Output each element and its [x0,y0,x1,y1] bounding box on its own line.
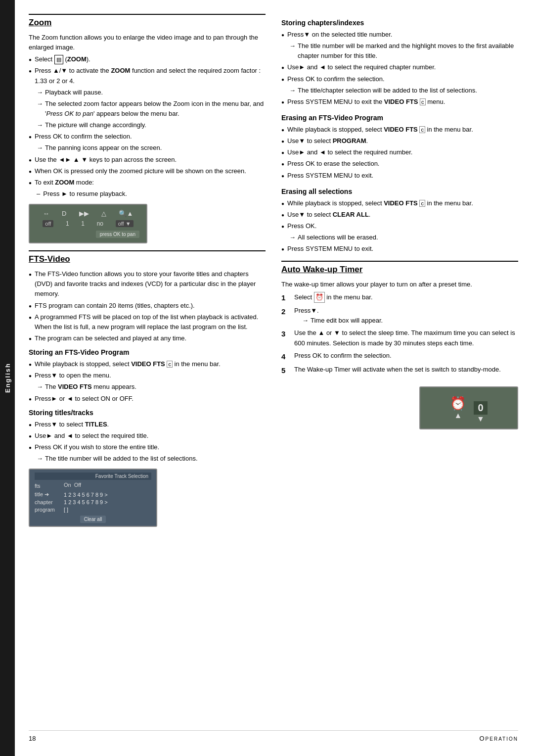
storing-titles-title: Storing titles/tracks [29,409,266,417]
fts-intro-list: The FTS-Video function allows you to sto… [29,269,266,343]
fts-screen: Favorite Track Selection fts On Off titl… [29,469,157,527]
sc-arrow-1: The title number will be marked and the … [281,41,518,61]
fts-row-title: title ➔ 1 2 3 4 5 6 7 8 9 [35,491,151,498]
ep-item-5: Press SYSTEM MENU to exit. [281,171,518,181]
zoom-arrow-pause: Playback will pause. [29,88,266,97]
zoom-screen: ↔ D ▶▶ △ 🔍▲ off 1 1 no off ▼ [29,204,147,243]
zoom-item-exit: To exit ZOOM mode: [29,178,266,188]
ea-item-2: Use▼ to select CLEAR ALL. [281,210,518,220]
timer-screen-wrapper: ⏰ ▲ ▲ 0 ▼ [281,381,518,434]
erasing-all-list: While playback is stopped, select VIDEO … [281,198,518,254]
sc-item-4: Press SYSTEM MENU to exit the VIDEO FTS … [281,97,518,107]
wakeup-step-2: 2 Press▼. Time edit box will appear. [281,306,518,327]
fts-intro-4: The program can be selected and played a… [29,333,266,343]
timer-value: 0 [474,401,487,415]
ea-arrow-1: All selections will be erased. [281,233,518,242]
sp-item-1: While playback is stopped, select VIDEO … [29,359,266,369]
footer-section: OPERATION [479,735,518,742]
fts-screen-title: Favorite Track Selection [35,472,151,480]
ea-item-1: While playback is stopped, select VIDEO … [281,198,518,208]
st-item-3: Press OK if you wish to store the entire… [29,442,266,452]
sc-item-1: Press▼ on the selected title number. [281,30,518,40]
zoom-select-text: Select ▤ (ZOOM). [35,54,90,64]
zoom-arrow-icons: The panning icons appear on the screen. [29,143,266,153]
wakeup-divider [281,261,518,262]
fts-intro-1: The FTS-Video function allows you to sto… [29,269,266,299]
fts-clear-btn: Clear all [35,515,151,523]
timer-value-col: ▲ 0 ▼ [474,392,487,424]
erasing-all-section: Erasing all selections While playback is… [281,188,518,254]
zoom-screen-values: off 1 1 no off ▼ [37,220,139,227]
sp-item-2: Press▼ to open the menu. [29,371,266,380]
footer: 18 OPERATION [29,730,518,742]
sp-arrow-1: The VIDEO FTS menu appears. [29,382,266,392]
two-col-layout: Zoom The Zoom function allows you to enl… [29,14,518,718]
storing-chapters-section: Storing chapters/indexes Press▼ on the s… [281,19,518,107]
storing-chapters-list: Press▼ on the selected title number. The… [281,30,518,107]
fts-section: FTS-Video The FTS-Video function allows … [29,250,266,527]
timer-down-arrow: ▼ [477,415,485,424]
zoom-item-ok: Press OK to confirm the selection. [29,132,266,142]
zoom-arrow-picture: The picture will change accordingly. [29,120,266,130]
timer-screen: ⏰ ▲ ▲ 0 ▼ [419,386,518,429]
erasing-program-title: Erasing an FTS-Video Program [281,114,518,122]
fts-divider [29,250,266,251]
ea-item-4: Press SYSTEM MENU to exit. [281,244,518,254]
zoom-item-keys: Use the ◄► ▲ ▼ keys to pan across the sc… [29,155,266,165]
sidebar: English [0,0,15,756]
right-column: Storing chapters/indexes Press▼ on the s… [281,14,518,718]
fts-row-chapter: chapter 1 2 3 4 5 6 7 8 9 [35,499,151,505]
zoom-divider [29,14,266,15]
wakeup-step-3: 3 Use the ▲ or ▼ to select the sleep tim… [281,328,518,349]
zoom-list: Select ▤ (ZOOM). Press ▲/▼ to activate t… [29,54,266,199]
st-item-1: Press▼ to select TITLES. [29,420,266,429]
timer-up-arrow: ▲ [454,411,462,420]
storing-titles-list: Press▼ to select TITLES. Use► and ◄ to s… [29,420,266,464]
erasing-all-title: Erasing all selections [281,188,518,195]
fts-row-program: program [ ] [35,507,151,513]
left-column: Zoom The Zoom function allows you to enl… [29,14,266,718]
st-arrow-1: The title number will be added to the li… [29,454,266,464]
erasing-program-list: While playback is stopped, select VIDEO … [281,125,518,181]
timer-content: ⏰ ▲ ▲ 0 ▼ [450,392,487,424]
fts-intro-2: FTS program can contain 20 items (titles… [29,301,266,311]
fts-intro-3: A programmed FTS will be placed on top o… [29,312,266,332]
auto-wakeup-section: Auto Wake-up Timer The wake-up timer all… [281,261,518,434]
timer-clock-icon: ⏰ [450,396,466,411]
sidebar-label: English [4,363,11,393]
zoom-screen-icons: ↔ D ▶▶ △ 🔍▲ [37,210,139,217]
storing-program-title: Storing an FTS-Video Program [29,348,266,356]
footer-page: 18 [29,735,36,742]
wakeup-step-2-arrow: Time edit box will appear. [294,317,383,324]
ep-item-2: Use▼ to select PROGRAM. [281,136,518,146]
zoom-arrow-factor: The selected zoom factor appears below t… [29,99,266,119]
fts-row-toggle: fts On Off [35,482,151,490]
wakeup-intro: The wake-up timer allows your player to … [281,280,518,289]
wakeup-title: Auto Wake-up Timer [281,265,518,275]
zoom-intro: The Zoom function allows you to enlarge … [29,33,266,52]
zoom-dash-resume: Press ► to resume playback. [29,189,266,199]
zoom-section: Zoom The Zoom function allows you to enl… [29,14,266,243]
timer-clock: ⏰ ▲ [450,396,466,420]
zoom-item-press: Press ▲/▼ to activate the ZOOM function … [29,66,266,86]
erasing-program-section: Erasing an FTS-Video Program While playb… [281,114,518,181]
zoom-item-zoomed: When OK is pressed only the zoomed pictu… [29,166,266,176]
wakeup-step-4: 4 Press OK to confirm the selection. [281,351,518,363]
wakeup-step-5: 5 The Wake-up Timer will activate when t… [281,365,518,377]
sp-item-3: Press► or ◄ to select ON or OFF. [29,394,266,404]
zoom-item-select: Select ▤ (ZOOM). [29,54,266,64]
main-content: Zoom The Zoom function allows you to enl… [15,0,534,756]
storing-chapters-title: Storing chapters/indexes [281,19,518,27]
page-wrapper: English Zoom The Zoom function allows yo… [0,0,534,756]
sc-item-3: Press OK to confirm the selection. [281,74,518,84]
storing-program-list: While playback is stopped, select VIDEO … [29,359,266,404]
zoom-title: Zoom [29,18,266,28]
ep-item-4: Press OK to erase the selection. [281,159,518,169]
sc-item-2: Use► and ◄ to select the required chapte… [281,62,518,72]
fts-title: FTS-Video [29,254,266,264]
ep-item-1: While playback is stopped, select VIDEO … [281,125,518,135]
st-item-2: Use► and ◄ to select the required title. [29,431,266,441]
wakeup-step-1: 1 Select ⏰ in the menu bar. [281,292,518,304]
ea-item-3: Press OK. [281,221,518,231]
zoom-screen-btn: press OK to pan [37,230,139,237]
